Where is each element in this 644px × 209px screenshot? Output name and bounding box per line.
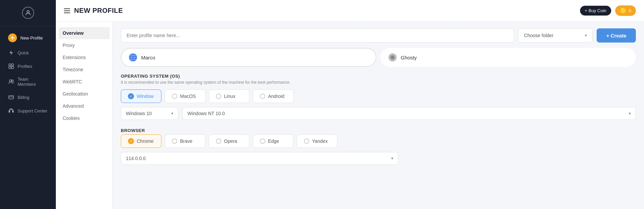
- profile-tab-ghosty[interactable]: Ghosty: [380, 48, 636, 67]
- os-version-primary-select[interactable]: Windows 10 ▾: [121, 107, 178, 120]
- grid-icon: [8, 63, 14, 69]
- browser-option-yandex[interactable]: Yandex: [297, 134, 337, 148]
- sub-nav-item-proxy[interactable]: Proxy: [56, 39, 112, 51]
- svg-point-9: [12, 80, 14, 82]
- header-left: NEW PROFILE: [64, 7, 123, 15]
- sub-nav-item-cookies[interactable]: Cookies: [56, 112, 112, 124]
- top-header: NEW PROFILE + Buy Coin 🟡 0: [56, 0, 644, 22]
- sidebar-navigation: New Profile Quick Profiles: [0, 26, 56, 209]
- create-button[interactable]: + Create: [597, 28, 636, 43]
- people-icon: [8, 79, 14, 85]
- buy-coin-button[interactable]: + Buy Coin: [580, 6, 611, 16]
- profile-tab-marco[interactable]: Marco: [121, 48, 376, 67]
- os-option-window-label: Window: [137, 94, 154, 99]
- chevron-down-icon: ▾: [391, 156, 393, 161]
- hamburger-menu[interactable]: [64, 8, 70, 13]
- browser-option-chrome-label: Chrome: [137, 138, 154, 144]
- radio-yandex: [304, 138, 309, 144]
- sidebar-item-label-support-center: Support Center: [18, 108, 47, 113]
- chevron-down-icon: ▾: [171, 111, 173, 116]
- os-option-window[interactable]: ✓ Window: [121, 89, 161, 103]
- svg-rect-7: [12, 67, 14, 69]
- browser-option-brave-label: Brave: [180, 138, 193, 144]
- svg-point-20: [391, 55, 395, 59]
- sidebar-item-label-team-members: Team Members: [18, 77, 48, 87]
- svg-point-0: [27, 10, 29, 13]
- svg-marker-3: [9, 50, 13, 55]
- os-version-primary-label: Windows 10: [126, 111, 152, 116]
- sub-nav-item-timezone[interactable]: Timezone: [56, 63, 112, 76]
- sidebar-item-new-profile[interactable]: New Profile: [3, 30, 53, 46]
- svg-rect-6: [9, 67, 11, 69]
- content-area: Overview Proxy Extensions Timezone WebRT…: [56, 22, 644, 209]
- os-options: ✓ Window MacOS Linux: [121, 89, 636, 103]
- sidebar-item-label-quick: Quick: [18, 50, 29, 55]
- chevron-down-icon: ▾: [629, 111, 631, 116]
- browser-option-opera[interactable]: Opera: [209, 134, 249, 148]
- sidebar-item-label-profiles: Profiles: [18, 64, 32, 69]
- sub-nav-item-geolocation[interactable]: Geolocation: [56, 88, 112, 100]
- os-section-title: OPERATING SYSTEM (OS): [121, 74, 636, 79]
- sidebar-item-billing[interactable]: Billing: [3, 91, 53, 104]
- sidebar: New Profile Quick Profiles: [0, 0, 56, 209]
- sub-nav-item-advanced[interactable]: Advanced: [56, 100, 112, 112]
- profile-tab-ghosty-label: Ghosty: [401, 55, 417, 60]
- os-section: OPERATING SYSTEM (OS) It is recommended …: [121, 74, 636, 120]
- sub-nav-item-webrtc[interactable]: WebRTC: [56, 76, 112, 88]
- form-area: Choose folder ▾ + Create Marco: [113, 22, 644, 209]
- profile-tabs: Marco Ghosty: [121, 48, 636, 67]
- lightning-icon: [8, 50, 14, 56]
- ghosty-icon: [388, 53, 397, 62]
- browser-option-opera-label: Opera: [224, 138, 237, 144]
- browser-option-yandex-label: Yandex: [312, 138, 328, 144]
- radio-linux: [216, 94, 221, 99]
- browser-option-brave[interactable]: Brave: [165, 134, 205, 148]
- radio-android: [260, 94, 265, 99]
- sub-navigation: Overview Proxy Extensions Timezone WebRT…: [56, 22, 113, 209]
- sidebar-item-support-center[interactable]: Support Center: [3, 104, 53, 117]
- main-area: NEW PROFILE + Buy Coin 🟡 0 Overview Prox…: [56, 0, 644, 209]
- os-option-android[interactable]: Android: [253, 89, 293, 103]
- profile-name-input[interactable]: [121, 28, 514, 43]
- radio-edge: [260, 138, 265, 144]
- svg-rect-12: [9, 111, 10, 112]
- browser-option-edge[interactable]: Edge: [253, 134, 293, 148]
- os-option-linux[interactable]: Linux: [209, 89, 249, 103]
- os-section-description: It is recommended to use the same operat…: [121, 80, 636, 85]
- folder-select[interactable]: Choose folder ▾: [518, 28, 593, 43]
- new-profile-icon: [8, 33, 17, 42]
- avatar-icon[interactable]: [22, 7, 34, 19]
- sidebar-item-team-members[interactable]: Team Members: [3, 73, 53, 90]
- sidebar-item-label-billing: Billing: [18, 95, 29, 100]
- browser-options: ✓ Chrome Brave Opera: [121, 134, 636, 148]
- os-option-macos-label: MacOS: [180, 94, 196, 99]
- globe-icon: [128, 53, 138, 62]
- sub-nav-item-extensions[interactable]: Extensions: [56, 51, 112, 63]
- folder-placeholder: Choose folder: [524, 33, 553, 38]
- check-icon: ✓: [128, 93, 134, 99]
- coin-count: 0: [629, 8, 631, 13]
- radio-macos: [172, 94, 177, 99]
- sidebar-item-profiles[interactable]: Profiles: [3, 60, 53, 73]
- browser-check-icon: ✓: [128, 138, 134, 144]
- headset-icon: [8, 108, 14, 114]
- os-option-macos[interactable]: MacOS: [165, 89, 205, 103]
- chevron-down-icon: ▾: [585, 33, 587, 38]
- svg-rect-10: [9, 96, 14, 99]
- sidebar-item-quick[interactable]: Quick: [3, 46, 53, 59]
- os-version-row: Windows 10 ▾ Windows NT 10.0 ▾: [121, 107, 636, 120]
- svg-rect-4: [9, 64, 11, 66]
- header-right: + Buy Coin 🟡 0: [580, 5, 636, 16]
- sub-nav-item-overview[interactable]: Overview: [59, 27, 110, 39]
- browser-option-edge-label: Edge: [268, 138, 279, 144]
- os-version-secondary-select[interactable]: Windows NT 10.0 ▾: [182, 107, 636, 120]
- sidebar-top: [0, 0, 56, 26]
- card-icon: [8, 94, 14, 100]
- radio-brave: [172, 138, 177, 144]
- svg-rect-13: [13, 111, 14, 112]
- browser-option-chrome[interactable]: ✓ Chrome: [121, 134, 161, 148]
- os-option-linux-label: Linux: [224, 94, 235, 99]
- svg-point-8: [9, 80, 12, 82]
- browser-section: BROWSER ✓ Chrome Brave Opera: [121, 128, 636, 165]
- browser-version-select[interactable]: 114.0.0.0 ▾: [121, 152, 398, 165]
